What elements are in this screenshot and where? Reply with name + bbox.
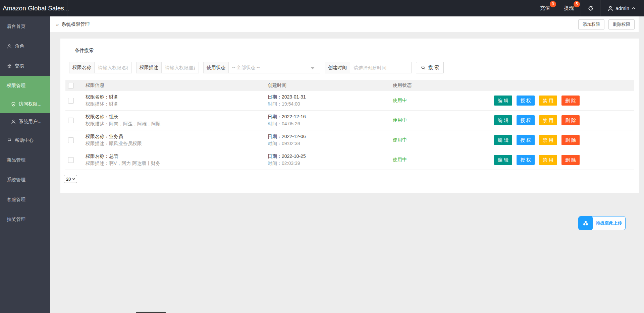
date-label: 日期： [268, 94, 282, 100]
delete-button[interactable]: 删除 [561, 96, 580, 106]
sidebar-item-product-mgmt[interactable]: 商品管理 [0, 150, 50, 170]
sidebar-item-system-mgmt[interactable]: 系统管理 [0, 170, 50, 190]
disable-button[interactable]: 禁用 [539, 155, 557, 165]
status-badge: 使用中 [393, 157, 407, 162]
status-badge: 使用中 [393, 117, 407, 123]
sidebar-item-label: 商品管理 [7, 157, 25, 163]
sidebar-item-label: 帮助中心 [15, 137, 34, 143]
table-row: 权限名称：组长 权限描述：阿肉，阿歪，阿雄，阿顺 日期：2022-12-16 时… [65, 111, 634, 130]
status-select-value: -- 全部状态 -- [232, 65, 260, 71]
search-button[interactable]: 搜 索 [416, 62, 444, 73]
status-field: 使用状态 -- 全部状态 -- [203, 62, 320, 73]
status-select[interactable]: -- 全部状态 -- [229, 62, 320, 73]
sidebar-item-label: 系统管理 [7, 177, 25, 183]
sidebar-item-label: 后台首页 [7, 23, 25, 29]
status-label: 使用状态 [204, 62, 229, 73]
authorize-button[interactable]: 授权 [517, 96, 535, 106]
chevron-down-icon [72, 177, 75, 181]
edit-button[interactable]: 编辑 [494, 155, 512, 165]
sidebar-item-system-users[interactable]: 系统用户... [0, 113, 50, 130]
authorize-button[interactable]: 授权 [517, 155, 535, 165]
row-checkbox[interactable] [68, 118, 74, 123]
edit-button[interactable]: 编辑 [494, 135, 512, 145]
edit-button[interactable]: 编辑 [494, 115, 512, 125]
authorize-button[interactable]: 授权 [517, 115, 535, 125]
sidebar-item-lottery-mgmt[interactable]: 抽奖管理 [0, 209, 50, 229]
permission-name-label: 权限名称 [69, 62, 95, 73]
sidebar: 后台首页 角色 交易 权限管理 访 [0, 16, 50, 313]
page-size-select[interactable]: 20 [64, 175, 77, 183]
sidebar-group-permissions: 权限管理 访问权限... [0, 76, 50, 113]
shield-check-icon [11, 102, 16, 107]
permission-desc: 啊V，阿力 阿达顺丰财务 [109, 161, 160, 166]
double-chevron-icon: » [56, 21, 59, 27]
withdraw-menu-item[interactable]: 提现 5 [557, 0, 581, 16]
table-row: 权限名称：总管 权限描述：啊V，阿力 阿达顺丰财务 日期：2022-10-25 … [65, 150, 634, 170]
name-label: 权限名称： [86, 94, 109, 100]
search-fieldset: 条件搜索 [65, 51, 634, 51]
drag-upload-widget[interactable]: 拖拽至此上传 [578, 216, 626, 230]
sidebar-item-service-mgmt[interactable]: 客服管理 [0, 190, 50, 209]
created-date: 2022-10-25 [282, 153, 306, 159]
row-checkbox[interactable] [68, 157, 74, 163]
col-permission-info: 权限信息 [84, 82, 268, 88]
create-time-field: 创建时间 [325, 62, 412, 73]
sidebar-item-trade[interactable]: 交易 [0, 56, 50, 76]
create-time-input[interactable] [350, 62, 411, 73]
delete-permission-button[interactable]: 删除权限 [608, 19, 635, 29]
created-date: 2023-01-31 [282, 94, 306, 100]
sidebar-item-roles[interactable]: 角色 [0, 36, 50, 56]
disable-button[interactable]: 禁用 [539, 135, 557, 145]
chevron-up-icon [631, 6, 636, 11]
permission-name-input[interactable] [95, 62, 131, 73]
recharge-menu-item[interactable]: 充值 0 [533, 0, 557, 16]
upload-cloud-icon [579, 216, 593, 230]
sidebar-item-help-center[interactable]: 帮助中心 [0, 130, 50, 150]
select-all-checkbox[interactable] [68, 83, 74, 88]
delete-button[interactable]: 删除 [561, 115, 580, 125]
edit-button[interactable]: 编辑 [494, 96, 512, 106]
status-badge: 使用中 [393, 98, 407, 103]
refresh-icon [588, 5, 594, 11]
permission-name: 组长 [109, 114, 118, 119]
row-checkbox[interactable] [68, 98, 74, 104]
user-menu[interactable]: admin [600, 0, 643, 16]
sidebar-item-access-permission[interactable]: 访问权限... [0, 96, 50, 113]
sidebar-item-permission-mgmt[interactable]: 权限管理 [0, 76, 50, 96]
created-date: 2022-12-06 [282, 134, 306, 139]
disable-button[interactable]: 禁用 [539, 96, 557, 106]
user-icon [607, 5, 613, 11]
created-time: 04:05:26 [282, 121, 300, 126]
row-checkbox[interactable] [68, 137, 74, 143]
search-button-label: 搜 索 [428, 65, 439, 71]
add-permission-button[interactable]: 添加权限 [578, 19, 604, 29]
content-card: 条件搜索 权限名称 权限描述 使用状态 -- 全部状态 -- 创建时间 搜 索 [60, 39, 639, 193]
permission-name: 业务员 [109, 134, 123, 139]
desc-label: 权限描述： [86, 121, 109, 126]
refresh-button[interactable] [581, 0, 600, 16]
delete-button[interactable]: 删除 [561, 155, 580, 165]
sidebar-item-home[interactable]: 后台首页 [0, 16, 50, 36]
breadcrumb: » 系统权限管理 [56, 16, 90, 32]
flag-icon [7, 138, 12, 143]
col-created: 创建时间 [268, 82, 389, 88]
scales-icon [7, 63, 12, 69]
table-header-row: 权限信息 创建时间 使用状态 [65, 80, 634, 91]
search-filter-row: 权限名称 权限描述 使用状态 -- 全部状态 -- 创建时间 搜 索 [69, 62, 444, 73]
sidebar-item-label: 权限管理 [7, 83, 25, 89]
breadcrumb-bar: » 系统权限管理 添加权限 删除权限 [50, 16, 639, 32]
desc-label: 权限描述： [86, 161, 109, 166]
sidebar-item-label: 角色 [15, 43, 24, 49]
withdraw-label: 提现 [564, 5, 574, 11]
time-label: 时间： [268, 161, 282, 166]
time-label: 时间： [268, 121, 282, 126]
person-icon [7, 44, 12, 49]
delete-button[interactable]: 删除 [561, 135, 580, 145]
search-icon [421, 65, 426, 70]
disable-button[interactable]: 禁用 [539, 115, 557, 125]
table-row: 权限名称：财务 权限描述：财务 日期：2023-01-31 时间：19:54:0… [65, 91, 634, 111]
date-label: 日期： [268, 153, 282, 159]
authorize-button[interactable]: 授权 [517, 135, 535, 145]
permission-name: 财务 [109, 94, 118, 100]
permission-desc-input[interactable] [162, 62, 199, 73]
